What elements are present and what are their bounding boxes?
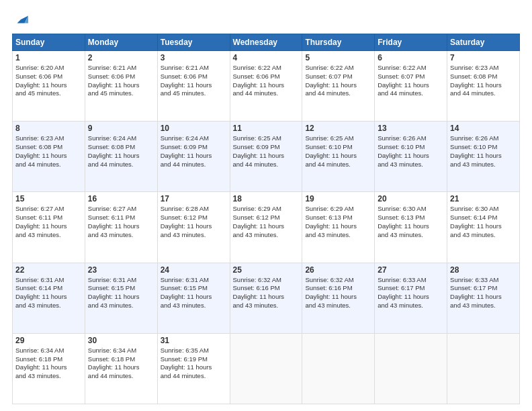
day-info-line: and 44 minutes. <box>450 89 517 98</box>
day-info-line: Daylight: 11 hours <box>233 293 300 302</box>
day-info-line: Sunrise: 6:25 AM <box>305 134 371 143</box>
calendar-cell: 23Sunrise: 6:31 AMSunset: 6:15 PMDayligh… <box>85 263 157 333</box>
calendar-cell: 11Sunrise: 6:25 AMSunset: 6:09 PMDayligh… <box>230 122 302 192</box>
day-number: 18 <box>233 194 300 203</box>
calendar-cell: 12Sunrise: 6:25 AMSunset: 6:10 PMDayligh… <box>302 122 375 192</box>
day-info-line: and 44 minutes. <box>233 89 300 98</box>
day-info-line: and 43 minutes. <box>450 161 517 169</box>
day-number: 24 <box>161 265 227 275</box>
day-info-line: and 43 minutes. <box>88 302 154 310</box>
day-info-line: and 44 minutes. <box>88 372 154 381</box>
day-info-line: and 43 minutes. <box>233 302 300 310</box>
calendar-cell: 22Sunrise: 6:31 AMSunset: 6:14 PMDayligh… <box>13 263 85 333</box>
day-info-line: Sunrise: 6:34 AM <box>15 347 82 355</box>
day-info-line: Daylight: 11 hours <box>305 293 371 302</box>
day-info-line: Sunrise: 6:33 AM <box>378 276 444 285</box>
day-number: 19 <box>305 194 371 203</box>
logo <box>12 12 28 27</box>
day-info-line: and 44 minutes. <box>161 161 227 169</box>
day-info-line: Sunset: 6:08 PM <box>88 143 154 152</box>
day-info-line: Sunrise: 6:24 AM <box>161 134 227 143</box>
day-info-line: Daylight: 11 hours <box>88 152 154 161</box>
day-info-line: Daylight: 11 hours <box>450 222 517 231</box>
day-info-line: and 45 minutes. <box>15 89 82 98</box>
day-info-line: and 44 minutes. <box>88 161 154 169</box>
day-info-line: Sunset: 6:09 PM <box>233 143 300 152</box>
day-info-line: Daylight: 11 hours <box>450 81 517 90</box>
calendar-cell: 9Sunrise: 6:24 AMSunset: 6:08 PMDaylight… <box>85 122 157 192</box>
day-info-line: Daylight: 11 hours <box>161 81 227 90</box>
day-info-line: Daylight: 11 hours <box>88 222 154 231</box>
calendar-cell: 10Sunrise: 6:24 AMSunset: 6:09 PMDayligh… <box>157 122 230 192</box>
calendar-week-5: 29Sunrise: 6:34 AMSunset: 6:18 PMDayligh… <box>13 333 520 404</box>
day-info-line: Sunset: 6:14 PM <box>450 214 517 222</box>
calendar-cell: 25Sunrise: 6:32 AMSunset: 6:16 PMDayligh… <box>230 263 302 333</box>
day-info-line: and 43 minutes. <box>450 302 517 310</box>
day-info-line: Daylight: 11 hours <box>305 152 371 161</box>
calendar-cell: 31Sunrise: 6:35 AMSunset: 6:19 PMDayligh… <box>157 333 230 404</box>
day-info-line: Sunset: 6:09 PM <box>161 143 227 152</box>
col-header-friday: Friday <box>375 34 447 51</box>
day-info-line: and 43 minutes. <box>305 302 371 310</box>
calendar-cell <box>447 333 520 404</box>
day-info-line: Daylight: 11 hours <box>450 293 517 302</box>
day-info-line: Sunset: 6:17 PM <box>378 284 444 293</box>
day-info-line: Sunrise: 6:29 AM <box>305 205 371 214</box>
calendar-cell: 2Sunrise: 6:21 AMSunset: 6:06 PMDaylight… <box>85 51 157 122</box>
day-info-line: Daylight: 11 hours <box>161 222 227 231</box>
day-info-line: Sunrise: 6:24 AM <box>88 134 154 143</box>
day-info-line: Daylight: 11 hours <box>88 293 154 302</box>
day-info-line: Daylight: 11 hours <box>305 81 371 90</box>
day-info-line: and 44 minutes. <box>378 89 444 98</box>
day-info-line: Sunrise: 6:21 AM <box>161 64 227 73</box>
day-number: 14 <box>450 124 517 133</box>
day-info-line: and 44 minutes. <box>305 89 371 98</box>
day-number: 31 <box>161 336 227 345</box>
day-number: 8 <box>15 124 82 133</box>
calendar-cell: 14Sunrise: 6:26 AMSunset: 6:10 PMDayligh… <box>447 122 520 192</box>
day-number: 6 <box>378 53 444 62</box>
day-info-line: and 43 minutes. <box>378 161 444 169</box>
day-info-line: Sunset: 6:08 PM <box>15 143 82 152</box>
calendar-cell: 5Sunrise: 6:22 AMSunset: 6:07 PMDaylight… <box>302 51 375 122</box>
day-info-line: Sunset: 6:18 PM <box>15 355 82 364</box>
calendar-cell: 30Sunrise: 6:34 AMSunset: 6:18 PMDayligh… <box>85 333 157 404</box>
day-info-line: Sunset: 6:07 PM <box>305 73 371 81</box>
calendar-cell: 19Sunrise: 6:29 AMSunset: 6:13 PMDayligh… <box>302 192 375 263</box>
day-info-line: Sunrise: 6:25 AM <box>233 134 300 143</box>
day-number: 9 <box>88 124 154 133</box>
day-info-line: Sunrise: 6:29 AM <box>233 205 300 214</box>
day-info-line: Sunset: 6:11 PM <box>88 214 154 222</box>
calendar-cell: 6Sunrise: 6:22 AMSunset: 6:07 PMDaylight… <box>375 51 447 122</box>
col-header-sunday: Sunday <box>13 34 85 51</box>
day-info-line: Sunset: 6:19 PM <box>161 355 227 364</box>
day-info-line: Daylight: 11 hours <box>378 293 444 302</box>
day-number: 2 <box>88 53 154 62</box>
day-info-line: Sunrise: 6:20 AM <box>15 64 82 73</box>
day-info-line: Daylight: 11 hours <box>88 81 154 90</box>
calendar-cell: 27Sunrise: 6:33 AMSunset: 6:17 PMDayligh… <box>375 263 447 333</box>
calendar-cell: 16Sunrise: 6:27 AMSunset: 6:11 PMDayligh… <box>85 192 157 263</box>
day-number: 23 <box>88 265 154 275</box>
header <box>12 12 520 27</box>
day-number: 29 <box>15 336 82 345</box>
day-info-line: and 44 minutes. <box>233 161 300 169</box>
day-info-line: Daylight: 11 hours <box>161 152 227 161</box>
day-info-line: Sunrise: 6:32 AM <box>305 276 371 285</box>
day-info-line: and 43 minutes. <box>450 231 517 240</box>
day-info-line: Sunrise: 6:31 AM <box>15 276 82 285</box>
day-number: 20 <box>378 194 444 203</box>
day-number: 10 <box>161 124 227 133</box>
day-info-line: Sunset: 6:10 PM <box>450 143 517 152</box>
day-info-line: Sunrise: 6:33 AM <box>450 276 517 285</box>
day-info-line: Sunrise: 6:23 AM <box>15 134 82 143</box>
calendar-cell: 7Sunrise: 6:23 AMSunset: 6:08 PMDaylight… <box>447 51 520 122</box>
day-info-line: Daylight: 11 hours <box>305 222 371 231</box>
calendar-cell <box>302 333 375 404</box>
calendar-cell: 15Sunrise: 6:27 AMSunset: 6:11 PMDayligh… <box>13 192 85 263</box>
day-number: 4 <box>233 53 300 62</box>
day-info-line: and 43 minutes. <box>378 302 444 310</box>
day-number: 12 <box>305 124 371 133</box>
day-number: 5 <box>305 53 371 62</box>
day-info-line: Sunrise: 6:23 AM <box>450 64 517 73</box>
